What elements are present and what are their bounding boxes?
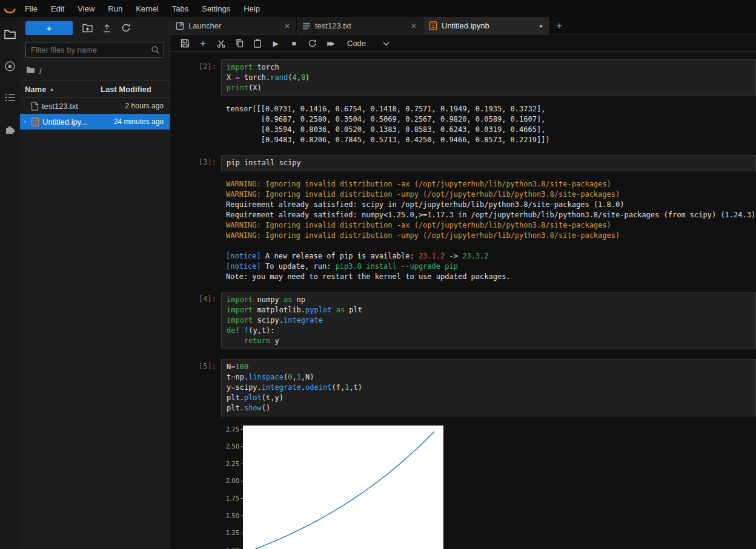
copy-icon[interactable] <box>230 39 248 48</box>
activity-bar <box>0 17 20 549</box>
tab-launcher[interactable]: Launcher × <box>170 17 297 35</box>
home-folder-icon[interactable] <box>26 66 35 76</box>
cell-prompt: [3]: <box>173 155 221 282</box>
cell-editor[interactable]: pip install scipy <box>221 155 756 171</box>
notebook-cell: [5]:N=100t=np.linspace(0,1,N)y=scipy.int… <box>170 359 756 549</box>
new-launcher-button[interactable]: + <box>25 21 73 35</box>
jupyter-logo-icon <box>1 1 18 16</box>
paste-icon[interactable] <box>248 39 267 48</box>
upload-icon[interactable] <box>102 23 111 33</box>
notebook-cell: [4]:import numpy as npimport matplotlib.… <box>170 292 756 349</box>
menu-run[interactable]: Run <box>101 4 129 13</box>
notebook-cells: [2]:import torchX = torch.rand(4,8)print… <box>170 52 756 549</box>
cell-output: WARNING: Ignoring invalid distribution -… <box>221 179 756 282</box>
menu-settings[interactable]: Settings <box>195 4 237 13</box>
code-line: import scipy.integrate <box>227 315 751 326</box>
matplotlib-figure: 1.001.251.501.752.002.252.502.750.00.20.… <box>225 422 448 549</box>
code-line: t=np.linspace(0,1,N) <box>227 372 751 383</box>
code-line: X = torch.rand(4,8) <box>227 73 751 83</box>
output-line: [notice] To update, run: pip3.8 install … <box>226 261 756 272</box>
filter-files-input[interactable] <box>25 42 164 58</box>
file-modified: 2 hours ago <box>125 102 164 110</box>
cell-type-dropdown[interactable]: Code <box>347 39 390 48</box>
code-line: N=100 <box>227 362 751 372</box>
column-header-name[interactable]: Name ▲ <box>25 85 101 94</box>
tab-label: Launcher <box>188 21 279 30</box>
menu-bar: File Edit View Run Kernel Tabs Settings … <box>0 0 756 17</box>
unsaved-close-icon[interactable]: ● <box>538 22 544 29</box>
menu-help[interactable]: Help <box>237 4 267 13</box>
unsaved-dot-icon: ● <box>22 119 28 125</box>
tab-bar: Launcher × test123.txt × Untitled.ipynb … <box>170 17 756 35</box>
menu-file[interactable]: File <box>18 4 44 13</box>
menu-kernel[interactable]: Kernel <box>129 4 165 13</box>
tab-untitled-notebook[interactable]: Untitled.ipynb ● <box>423 17 550 35</box>
file-name: test123.txt <box>42 102 122 111</box>
add-cell-icon[interactable]: + <box>194 38 212 50</box>
svg-text:1.25: 1.25 <box>226 530 239 536</box>
code-line: print(X) <box>227 83 751 93</box>
run-icon[interactable]: ▶ <box>267 39 285 48</box>
table-of-contents-icon[interactable] <box>4 91 17 104</box>
column-header-modified[interactable]: Last Modified <box>101 85 164 94</box>
file-browser-toolbar: + <box>20 17 170 39</box>
output-line: WARNING: Ignoring invalid distribution -… <box>226 179 756 189</box>
notebook-file-icon <box>31 117 39 127</box>
file-list-header: Name ▲ Last Modified <box>20 81 170 98</box>
output-line: Requirement already satisfied: scipy in … <box>226 200 756 210</box>
add-tab-button[interactable]: + <box>550 17 568 35</box>
svg-text:2.50: 2.50 <box>226 443 239 450</box>
notebook-cell: [2]:import torchX = torch.rand(4,8)print… <box>170 59 756 145</box>
code-line: import torch <box>227 62 751 73</box>
restart-run-all-icon[interactable]: ▶▶ <box>321 40 339 47</box>
tab-label: Untitled.ipynb <box>442 21 534 30</box>
plot-axes-area <box>243 426 443 549</box>
notebook-toolbar: + ▶ ■ ▶▶ Code <box>170 35 756 52</box>
cell-prompt: [5]: <box>173 359 221 549</box>
file-list: test123.txt 2 hours ago ● Untitled.ipy..… <box>20 98 170 130</box>
file-browser-panel: + / Name ▲ <box>20 17 170 549</box>
menu-edit[interactable]: Edit <box>44 4 71 13</box>
code-line: y=scipy.integrate.odeint(f,1,t) <box>227 383 751 393</box>
file-row-test123[interactable]: test123.txt 2 hours ago <box>20 98 170 114</box>
output-line: WARNING: Ignoring invalid distribution -… <box>226 231 756 241</box>
cell-type-value: Code <box>347 39 366 48</box>
output-line <box>226 241 756 251</box>
close-tab-icon[interactable]: × <box>410 21 417 31</box>
tab-test123[interactable]: test123.txt × <box>297 17 423 35</box>
output-line: [0.3594, 0.8036, 0.0520, 0.1383, 0.8583,… <box>226 125 756 135</box>
menu-tabs[interactable]: Tabs <box>165 4 195 13</box>
refresh-icon[interactable] <box>121 23 131 33</box>
output-line: Note: you may need to restart the kernel… <box>226 272 756 282</box>
close-tab-icon[interactable]: × <box>284 21 291 31</box>
chevron-down-icon <box>383 39 390 48</box>
new-folder-icon[interactable] <box>82 24 93 33</box>
notebook-icon <box>429 21 437 30</box>
output-line: [notice] A new release of pip is availab… <box>226 251 756 261</box>
notebook-cell: [3]:pip install scipyWARNING: Ignoring i… <box>170 155 756 282</box>
cell-editor[interactable]: import torchX = torch.rand(4,8)print(X) <box>221 59 756 96</box>
code-line: plt.show() <box>227 403 751 413</box>
breadcrumb-path[interactable]: / <box>39 67 42 76</box>
main-dock-panel: Launcher × test123.txt × Untitled.ipynb … <box>170 17 756 549</box>
running-kernels-icon[interactable] <box>4 59 17 73</box>
cell-prompt: [4]: <box>173 292 221 349</box>
file-browser-icon[interactable] <box>4 28 17 41</box>
output-line: [0.9483, 0.8206, 0.7845, 0.5713, 0.4250,… <box>226 135 756 145</box>
menu-view[interactable]: View <box>71 4 101 13</box>
svg-text:1.75: 1.75 <box>226 495 239 502</box>
file-row-untitled-notebook[interactable]: ● Untitled.ipy... 24 minutes ago <box>20 114 170 130</box>
text-file-icon <box>302 22 311 30</box>
save-icon[interactable] <box>176 39 194 48</box>
code-line: pip install scipy <box>227 158 751 168</box>
svg-text:2.00: 2.00 <box>226 478 239 484</box>
filter-box <box>25 42 164 58</box>
stop-icon[interactable]: ■ <box>285 39 303 48</box>
tab-label: test123.txt <box>315 21 406 30</box>
cell-editor[interactable]: N=100t=np.linspace(0,1,N)y=scipy.integra… <box>221 359 756 416</box>
restart-kernel-icon[interactable] <box>303 39 321 48</box>
cell-editor[interactable]: import numpy as npimport matplotlib.pypl… <box>221 292 756 349</box>
cut-icon[interactable] <box>212 39 230 48</box>
output-line: Requirement already satisfied: numpy<1.2… <box>226 210 756 220</box>
extension-manager-icon[interactable] <box>4 122 17 136</box>
